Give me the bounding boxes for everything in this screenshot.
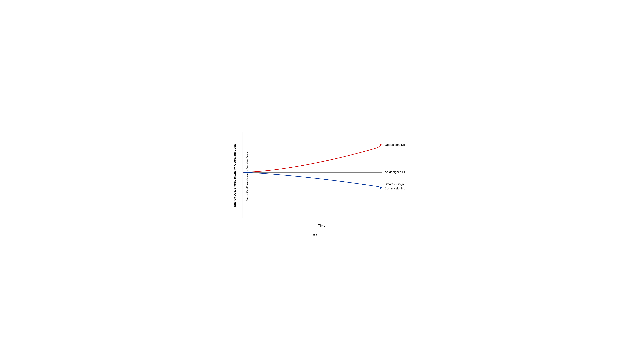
y-axis-text: Energy Use, Energy Intensity, Operating … <box>233 144 236 207</box>
drift-arrow <box>380 144 382 146</box>
chart-container: Energy Use, Energy Intensity, Operating … <box>222 128 406 236</box>
smart-ongoing-label-line1: Smart & Ongoing <box>385 182 405 186</box>
chart-svg: Energy Use, Energy Intensity, Operating … <box>230 129 405 229</box>
x-axis-label: Time <box>311 233 317 236</box>
operational-drift-line <box>243 145 382 172</box>
operational-drift-label: Operational Drift <box>385 143 405 146</box>
smart-ongoing-line <box>243 172 382 188</box>
smart-ongoing-label-line2: Commissioning (SOCx) <box>385 187 405 190</box>
as-designed-label: As-designed Building <box>385 170 405 174</box>
smart-arrow <box>380 186 382 189</box>
x-axis-text: Time <box>318 224 325 227</box>
